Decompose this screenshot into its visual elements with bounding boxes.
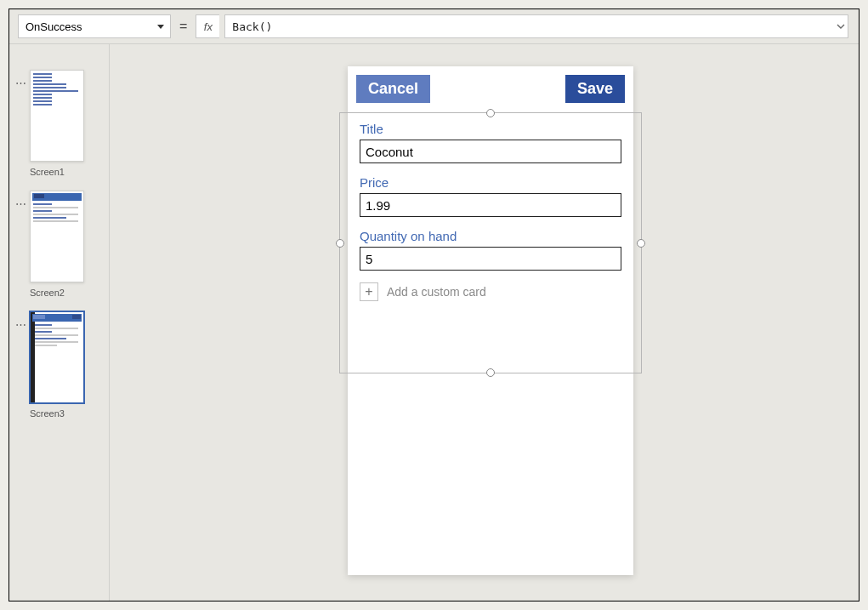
field-label: Quantity on hand [360, 229, 621, 243]
resize-handle-right[interactable] [637, 239, 645, 248]
screen-label: Screen1 [30, 167, 104, 177]
more-icon[interactable] [14, 318, 26, 330]
screen-thumbnail[interactable] [30, 311, 84, 403]
quantity-input[interactable] [360, 247, 621, 271]
cancel-button[interactable]: Cancel [356, 75, 430, 103]
add-custom-card[interactable]: + Add a custom card [360, 282, 621, 301]
plus-icon: + [360, 282, 378, 301]
title-input[interactable] [360, 140, 621, 163]
form-field-price: Price [360, 175, 621, 217]
save-button[interactable]: Save [565, 75, 625, 103]
add-custom-label: Add a custom card [387, 285, 486, 299]
price-input[interactable] [360, 193, 621, 217]
field-label: Price [360, 175, 621, 190]
form-field-title: Title [360, 122, 621, 163]
fx-label: fx [196, 14, 219, 38]
phone-header: Cancel Save [348, 66, 633, 111]
screen-thumbnail[interactable] [30, 191, 84, 282]
design-canvas[interactable]: Cancel Save Title Price Quantity on hand [110, 44, 859, 601]
screen-thumbnail[interactable] [30, 70, 84, 162]
equals-label: = [176, 19, 190, 34]
more-icon[interactable] [14, 197, 26, 209]
formula-expand-icon[interactable] [831, 14, 850, 38]
resize-handle-left[interactable] [336, 239, 344, 248]
property-select[interactable]: OnSuccess [18, 14, 171, 38]
phone-screen: Cancel Save Title Price Quantity on hand [348, 66, 633, 575]
screen-thumb-row: Screen2 [14, 191, 104, 298]
form-field-quantity: Quantity on hand [360, 229, 621, 271]
screen-thumb-row: Screen3 [14, 311, 104, 419]
screen-label: Screen2 [30, 288, 104, 298]
screen-label: Screen3 [30, 408, 104, 419]
more-icon[interactable] [14, 77, 26, 88]
screen-thumb-row: Screen1 [14, 70, 104, 177]
screen-nav-panel: Screen1 Screen2 [9, 44, 110, 601]
field-label: Title [360, 122, 621, 136]
edit-form[interactable]: Title Price Quantity on hand + Add a cus… [348, 111, 633, 301]
formula-input[interactable] [224, 14, 848, 38]
formula-bar: OnSuccess = fx [9, 9, 859, 43]
app-frame: OnSuccess = fx Screen1 [9, 9, 859, 601]
workspace: Screen1 Screen2 [9, 43, 859, 601]
